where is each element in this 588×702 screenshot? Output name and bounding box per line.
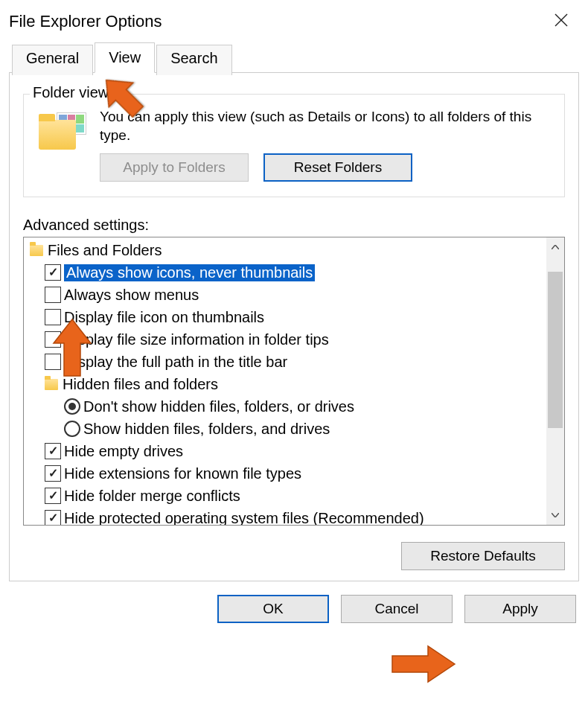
folder-views-icon <box>39 112 86 154</box>
radio[interactable] <box>64 398 80 415</box>
tree-check-item[interactable]: Display file icon on thumbnails <box>25 306 546 328</box>
reset-folders-button[interactable]: Reset Folders <box>263 153 412 182</box>
checkbox[interactable] <box>45 488 61 504</box>
folder-views-title: Folder views <box>30 84 119 101</box>
tree-check-item[interactable]: Hide extensions for known file types <box>25 462 546 485</box>
scroll-down-arrow[interactable] <box>546 505 564 525</box>
tree-check-item[interactable]: Always show menus <box>25 284 546 306</box>
tree-radio-item[interactable]: Show hidden files, folders, and drives <box>25 418 546 440</box>
tree-group[interactable]: Files and Folders <box>25 239 546 261</box>
scroll-up-arrow[interactable] <box>546 237 564 257</box>
tab-search[interactable]: Search <box>156 45 231 75</box>
scroll-thumb[interactable] <box>548 272 563 428</box>
window-title: File Explorer Options <box>9 12 162 31</box>
tree-check-item[interactable]: Display the full path in the title bar <box>25 351 546 373</box>
advanced-settings-list[interactable]: Files and FoldersAlways show icons, neve… <box>23 237 565 526</box>
close-button[interactable] <box>548 10 575 33</box>
checkbox[interactable] <box>45 510 61 525</box>
tab-view[interactable]: View <box>95 42 155 73</box>
advanced-settings-label: Advanced settings: <box>23 217 565 234</box>
chevron-down-icon <box>552 513 559 517</box>
tree-check-item[interactable]: Hide protected operating system files (R… <box>25 507 546 525</box>
tree-item-label: Hide folder merge conflicts <box>64 488 240 505</box>
checkbox[interactable] <box>45 331 61 348</box>
checkbox[interactable] <box>45 354 61 370</box>
cancel-button[interactable]: Cancel <box>341 595 453 623</box>
ok-button[interactable]: OK <box>217 595 329 623</box>
checkbox[interactable] <box>45 465 61 482</box>
checkbox[interactable] <box>45 443 61 459</box>
tree-check-item[interactable]: Always show icons, never thumbnails <box>25 261 546 284</box>
tree-check-item[interactable]: Hide folder merge conflicts <box>25 485 546 507</box>
tree-item-label: Show hidden files, folders, and drives <box>83 421 330 438</box>
annotation-arrow-icon <box>389 643 458 685</box>
radio[interactable] <box>64 421 80 437</box>
tree-radio-item[interactable]: Don't show hidden files, folders, or dri… <box>25 395 546 418</box>
folder-views-group: Folder views You can apply this view (su… <box>23 94 565 197</box>
tree-item-label: Hide protected operating system files (R… <box>64 510 424 526</box>
checkbox[interactable] <box>45 309 61 325</box>
tree-group[interactable]: Hidden files and folders <box>25 373 546 395</box>
folder-views-description: You can apply this view (such as Details… <box>100 108 554 144</box>
tree-group-label: Files and Folders <box>48 242 162 259</box>
scroll-track[interactable] <box>546 257 564 505</box>
restore-defaults-button[interactable]: Restore Defaults <box>401 542 565 570</box>
tree-item-label: Display file icon on thumbnails <box>64 309 264 326</box>
folder-icon <box>45 379 58 390</box>
tree-check-item[interactable]: Display file size information in folder … <box>25 328 546 351</box>
tree-item-label: Hidden files and folders <box>63 376 218 393</box>
scrollbar[interactable] <box>546 237 564 525</box>
tab-general[interactable]: General <box>12 45 93 75</box>
svg-marker-4 <box>392 646 455 682</box>
folder-icon <box>30 245 43 256</box>
checkbox[interactable] <box>45 264 61 281</box>
apply-button[interactable]: Apply <box>464 595 576 623</box>
tree-item-label: Don't show hidden files, folders, or dri… <box>83 398 354 415</box>
close-icon <box>554 13 569 28</box>
tree-item-label: Always show menus <box>64 287 199 304</box>
tree-check-item[interactable]: Hide empty drives <box>25 440 546 462</box>
tree-item-label: Hide empty drives <box>64 443 183 460</box>
checkbox[interactable] <box>45 287 61 303</box>
tree-item-label: Display file size information in folder … <box>64 331 329 348</box>
chevron-up-icon <box>552 245 559 249</box>
tree-item-label: Display the full path in the title bar <box>64 354 287 371</box>
apply-to-folders-button: Apply to Folders <box>100 153 249 182</box>
tab-panel-view: Folder views You can apply this view (su… <box>9 72 579 581</box>
tree-item-label: Hide extensions for known file types <box>64 465 301 482</box>
tree-item-label: Always show icons, never thumbnails <box>64 264 315 281</box>
